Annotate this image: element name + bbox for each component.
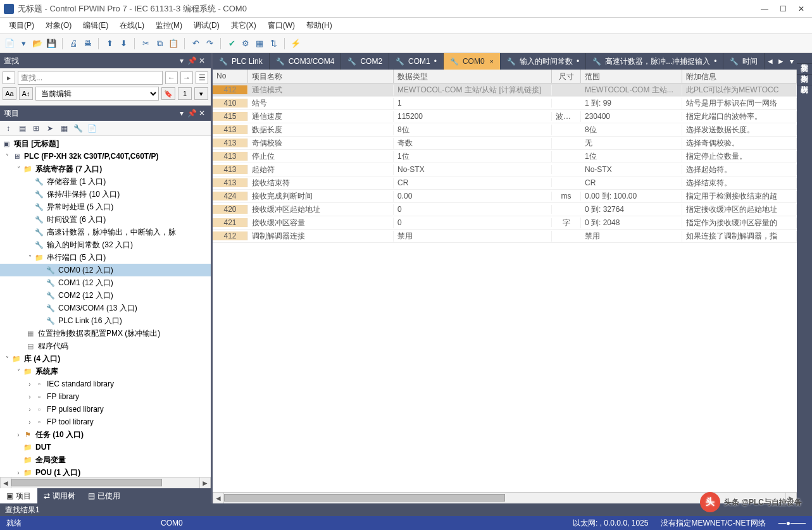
cell-type[interactable]: 1 (394, 99, 552, 108)
dropdown-icon[interactable]: ▾ (18, 38, 29, 49)
tree-libitem[interactable]: ›▫FP library (0, 390, 211, 403)
check-icon[interactable]: ✔ (226, 38, 237, 49)
vtab-variables[interactable]: 变量列表 (797, 53, 812, 64)
tree-com2[interactable]: 🔧COM2 (12 入口) (0, 289, 211, 302)
sort-icon[interactable]: ↕ (3, 123, 14, 134)
find-all-icon[interactable]: ☰ (196, 71, 208, 84)
copy-icon[interactable]: ⧉ (154, 38, 165, 49)
menu-debug[interactable]: 调试(D) (189, 18, 225, 33)
save-icon[interactable]: 💾 (46, 38, 57, 49)
cell-type[interactable]: 8位 (394, 125, 552, 135)
match-case-button[interactable]: Aa (3, 87, 16, 100)
cell-type[interactable]: CR (394, 178, 552, 187)
grid-hscroll[interactable]: ◄► (213, 492, 797, 503)
open-icon[interactable]: 📂 (32, 38, 43, 49)
find-scope-select[interactable]: 当前编辑 (35, 87, 159, 101)
vtab-commands[interactable]: 指令列表 (797, 64, 812, 75)
grid-icon[interactable]: ▦ (58, 123, 70, 134)
doctab-com34[interactable]: 🔧COM3/COM4 (270, 53, 342, 70)
bookmark-icon[interactable]: 🔖 (161, 87, 175, 100)
compile-icon[interactable]: ⚙ (240, 38, 251, 49)
col-info[interactable]: 附加信息 (682, 70, 797, 83)
grid-row[interactable]: 420接收缓冲区起始地址00 到: 32764指定接收缓冲区的起始地址 (213, 203, 797, 216)
tree-libitem[interactable]: ›▫FP pulsed library (0, 403, 211, 416)
cell-type[interactable]: 0 (394, 205, 552, 214)
grid-row[interactable]: 412调制解调器连接禁用禁用如果连接了调制解调器，指 (213, 230, 797, 243)
paste-icon[interactable]: 📋 (168, 38, 179, 49)
preview-icon[interactable]: 🖶 (82, 38, 93, 49)
tree-syslib[interactable]: ˅📁系统库 (0, 365, 211, 378)
dropdown-toggle-icon[interactable]: ▸ (3, 71, 15, 84)
col-dim[interactable]: 尺寸 (552, 70, 581, 83)
find-prev-icon[interactable]: ← (165, 71, 178, 84)
menu-window[interactable]: 窗口(W) (263, 18, 300, 33)
lefttab-project[interactable]: ▣项目 (0, 488, 37, 503)
doctab-plclink[interactable]: 🔧PLC Link (213, 53, 270, 70)
grid-row[interactable]: 413接收结束符CRCR选择结束符。 (213, 176, 797, 190)
menu-other[interactable]: 其它(X) (226, 18, 261, 33)
cell-type[interactable]: 奇数 (394, 138, 552, 149)
grid-row[interactable]: 413数据长度8位8位选择发送数据长度。 (213, 123, 797, 137)
grid-row[interactable]: 413停止位1位1位指定停止位数量。 (213, 150, 797, 163)
new-icon[interactable]: 📄 (4, 38, 15, 49)
doctab-com2[interactable]: 🔧COM2 (341, 53, 389, 70)
cut-icon[interactable]: ✂ (140, 38, 151, 49)
menu-edit[interactable]: 编辑(E) (78, 18, 113, 33)
tree-sysitem[interactable]: 🔧异常时处理 (5 入口) (0, 200, 211, 213)
doctab-com1[interactable]: 🔧COM1• (389, 53, 444, 70)
tree-com34[interactable]: 🔧COM3/COM4 (13 入口) (0, 302, 211, 314)
tree-progcode[interactable]: ▤程序代码 (0, 340, 211, 352)
vtab-templates[interactable]: 模板列表 (797, 75, 812, 85)
tree-libitem[interactable]: ›▫IEC standard library (0, 378, 211, 390)
tree-lib[interactable]: ˅📁库 (4 入口) (0, 352, 211, 365)
grid-row[interactable]: 413起始符No-STXNo-STX选择起始符。 (213, 163, 797, 176)
panel-close-icon[interactable]: ✕ (197, 109, 207, 118)
arrow-icon[interactable]: ➤ (44, 123, 56, 134)
undo-icon[interactable]: ↶ (190, 38, 201, 49)
status-zoom-icon[interactable]: —●—— (772, 519, 812, 527)
tree-sysitem[interactable]: 🔧存储容量 (1 入口) (0, 175, 211, 188)
doctab-time[interactable]: 🔧时间 (723, 53, 765, 70)
cell-type[interactable]: No-STX (394, 165, 552, 174)
tree-posctl[interactable]: ▦位置控制数据表配置PMX (脉冲输出) (0, 327, 211, 340)
tree-sysitem[interactable]: 🔧输入的时间常数 (32 入口) (0, 238, 211, 251)
panel-pin-icon[interactable]: 📌 (187, 109, 197, 118)
build-icon[interactable]: ▦ (254, 38, 265, 49)
tree-plc[interactable]: ˅🖥PLC (FP-XH 32k C30T/P,C40T,C60T/P) (0, 150, 211, 163)
tree-dut[interactable]: 📁DUT (0, 441, 211, 453)
close-button[interactable]: ✕ (798, 4, 804, 13)
find-next-icon[interactable]: → (180, 71, 193, 84)
panel-dropdown-icon[interactable]: ▾ (177, 56, 187, 65)
transfer-icon[interactable]: ⇅ (268, 38, 279, 49)
lefttab-used[interactable]: ▤已使用 (82, 488, 127, 503)
cell-type[interactable]: 禁用 (394, 231, 552, 242)
tree-root[interactable]: ▣项目 [无标题] (0, 137, 211, 150)
tree-sysitem[interactable]: 🔧高速计数器，脉冲输出，中断输入，脉 (0, 226, 211, 238)
tree-sysreg[interactable]: ˅📁系统寄存器 (7 入口) (0, 163, 211, 175)
tabs-scroll-left-icon[interactable]: ◄ (765, 53, 775, 70)
panel-pin-icon[interactable]: 📌 (187, 56, 197, 65)
col-range[interactable]: 范围 (581, 70, 682, 83)
options-dropdown-icon[interactable]: ▾ (194, 87, 208, 100)
bookmark-count[interactable]: 1 (178, 87, 192, 100)
redo-icon[interactable]: ↷ (204, 38, 215, 49)
grid-row[interactable]: 412通信模式MEWTOCOL-COM 主站/从站 [计算机链接]MEWTOCO… (213, 83, 797, 97)
cell-type[interactable]: 0 (394, 218, 552, 227)
col-no[interactable]: No (213, 70, 248, 83)
find-results-bar[interactable]: 查找结果1 (0, 503, 812, 516)
cell-type[interactable]: 1位 (394, 151, 552, 162)
download-icon[interactable]: ⬇ (118, 38, 129, 49)
print-icon[interactable]: 🖨 (68, 38, 79, 49)
tabs-scroll-right-icon[interactable]: ► (775, 53, 786, 70)
doc-icon[interactable]: 📄 (86, 123, 97, 134)
tree-icon[interactable]: ⊞ (30, 123, 42, 134)
doctab-hscounter[interactable]: 🔧高速计数器，脉冲...冲捕捉输入• (586, 53, 723, 70)
project-hscroll[interactable]: ◄► (0, 477, 211, 488)
minimize-button[interactable]: — (761, 4, 768, 13)
filter-icon[interactable]: ▤ (16, 123, 28, 134)
tree-com1[interactable]: 🔧COM1 (12 入口) (0, 276, 211, 289)
tree-plclink[interactable]: 🔧PLC Link (16 入口) (0, 314, 211, 327)
cell-type[interactable]: MEWTOCOL-COM 主站/从站 [计算机链接] (394, 85, 552, 96)
tab-close-icon[interactable]: × (490, 58, 494, 65)
menu-object[interactable]: 对象(O) (41, 18, 77, 33)
